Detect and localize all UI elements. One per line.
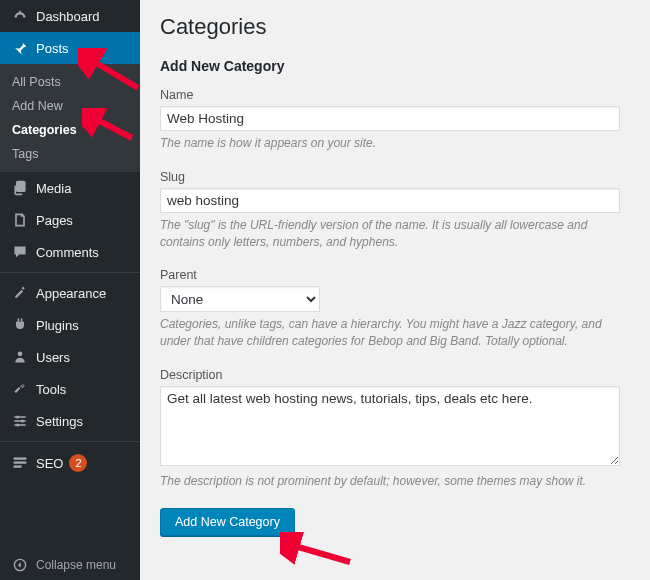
- plugins-icon: [10, 317, 30, 333]
- slug-label: Slug: [160, 170, 630, 184]
- name-input[interactable]: [160, 106, 620, 131]
- submenu-item-all-posts[interactable]: All Posts: [0, 70, 140, 94]
- sidebar-item-seo[interactable]: SEO 2: [0, 446, 140, 480]
- sidebar-item-label: Settings: [36, 414, 83, 429]
- page-title: Categories: [160, 14, 630, 40]
- sidebar-item-tools[interactable]: Tools: [0, 373, 140, 405]
- description-textarea[interactable]: [160, 386, 620, 466]
- slug-help: The "slug" is the URL-friendly version o…: [160, 217, 620, 251]
- sidebar-item-dashboard[interactable]: Dashboard: [0, 0, 140, 32]
- sidebar-item-label: Plugins: [36, 318, 79, 333]
- tools-icon: [10, 381, 30, 397]
- sidebar-item-users[interactable]: Users: [0, 341, 140, 373]
- seo-icon: [10, 455, 30, 471]
- users-icon: [10, 349, 30, 365]
- sidebar-item-label: Users: [36, 350, 70, 365]
- name-label: Name: [160, 88, 630, 102]
- section-heading: Add New Category: [160, 58, 630, 74]
- description-label: Description: [160, 368, 630, 382]
- parent-help: Categories, unlike tags, can have a hier…: [160, 316, 620, 350]
- update-badge: 2: [69, 454, 87, 472]
- svg-rect-7: [14, 457, 27, 459]
- submenu-item-add-new[interactable]: Add New: [0, 94, 140, 118]
- svg-point-4: [16, 415, 19, 418]
- parent-select[interactable]: None: [160, 286, 320, 312]
- dashboard-icon: [10, 8, 30, 24]
- sidebar-item-label: Media: [36, 181, 71, 196]
- name-help: The name is how it appears on your site.: [160, 135, 620, 152]
- parent-label: Parent: [160, 268, 630, 282]
- pages-icon: [10, 212, 30, 228]
- sidebar-item-label: Tools: [36, 382, 66, 397]
- sidebar-item-posts[interactable]: Posts: [0, 32, 140, 64]
- sidebar-item-media[interactable]: Media: [0, 172, 140, 204]
- settings-icon: [10, 413, 30, 429]
- submenu-item-categories[interactable]: Categories: [0, 118, 140, 142]
- svg-rect-8: [14, 461, 27, 463]
- collapse-icon: [10, 558, 30, 572]
- sidebar-item-label: Dashboard: [36, 9, 100, 24]
- sidebar-item-label: Pages: [36, 213, 73, 228]
- svg-rect-9: [14, 465, 22, 467]
- description-help: The description is not prominent by defa…: [160, 473, 620, 490]
- sidebar-item-label: Posts: [36, 41, 69, 56]
- sidebar-item-plugins[interactable]: Plugins: [0, 309, 140, 341]
- sidebar-item-pages[interactable]: Pages: [0, 204, 140, 236]
- add-new-category-button[interactable]: Add New Category: [160, 508, 295, 536]
- sidebar-item-label: SEO: [36, 456, 63, 471]
- name-field: Name The name is how it appears on your …: [160, 88, 630, 152]
- description-field: Description The description is not promi…: [160, 368, 630, 490]
- comments-icon: [10, 244, 30, 260]
- sidebar-item-appearance[interactable]: Appearance: [0, 277, 140, 309]
- admin-sidebar: Dashboard Posts All Posts Add New Catego…: [0, 0, 140, 580]
- main-content: Categories Add New Category Name The nam…: [140, 0, 650, 580]
- slug-input[interactable]: [160, 188, 620, 213]
- svg-point-6: [16, 423, 19, 426]
- sidebar-item-label: Appearance: [36, 286, 106, 301]
- posts-submenu: All Posts Add New Categories Tags: [0, 64, 140, 172]
- parent-field: Parent None Categories, unlike tags, can…: [160, 268, 630, 350]
- collapse-label: Collapse menu: [36, 558, 116, 572]
- svg-point-5: [21, 419, 24, 422]
- sidebar-item-comments[interactable]: Comments: [0, 236, 140, 268]
- sidebar-item-label: Comments: [36, 245, 99, 260]
- svg-point-0: [18, 351, 23, 356]
- sidebar-item-settings[interactable]: Settings: [0, 405, 140, 437]
- collapse-menu-button[interactable]: Collapse menu: [0, 550, 140, 580]
- pin-icon: [10, 40, 30, 56]
- appearance-icon: [10, 285, 30, 301]
- submenu-item-tags[interactable]: Tags: [0, 142, 140, 166]
- media-icon: [10, 180, 30, 196]
- slug-field: Slug The "slug" is the URL-friendly vers…: [160, 170, 630, 251]
